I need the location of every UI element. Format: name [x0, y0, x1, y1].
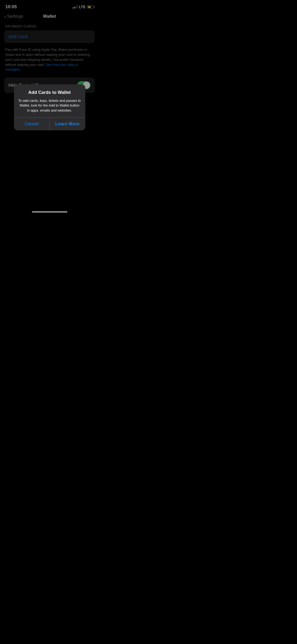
modal-overlay: Add Cards to Wallet To add cards, keys, … — [0, 0, 99, 215]
modal-title: Add Cards to Wallet — [18, 90, 81, 95]
modal-actions: Cancel Learn More — [14, 118, 85, 130]
cancel-button[interactable]: Cancel — [14, 118, 50, 130]
learn-more-button[interactable]: Learn More — [50, 118, 85, 130]
add-cards-modal: Add Cards to Wallet To add cards, keys, … — [14, 84, 85, 130]
modal-body: Add Cards to Wallet To add cards, keys, … — [14, 84, 85, 117]
modal-message: To add cards, keys, tickets and passes t… — [18, 98, 81, 113]
